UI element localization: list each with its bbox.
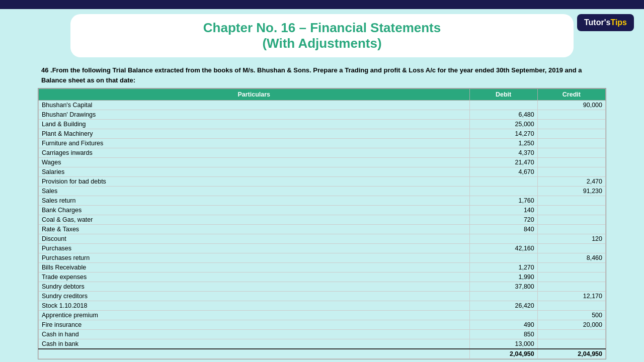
title-line2: (With Adjustments) (262, 36, 381, 51)
table-row: 2,04,9502,04,950 (39, 349, 606, 359)
table-cell-credit (537, 215, 605, 225)
table-cell-particulars: Bhushan's Capital (39, 101, 470, 110)
table-cell-debit: 4,370 (469, 148, 537, 158)
table-row: Purchases42,160 (39, 244, 606, 253)
table-cell-credit: 12,170 (537, 292, 605, 301)
table-cell-credit: 91,230 (537, 187, 605, 196)
table-cell-credit: 2,04,950 (537, 349, 605, 359)
table-cell-debit: 4,670 (469, 167, 537, 177)
table-cell-debit: 13,000 (469, 339, 537, 349)
table-cell-particulars: Trade expenses (39, 273, 470, 282)
table-cell-credit (537, 148, 605, 158)
table-row: Sales return1,760 (39, 196, 606, 206)
table-row: Plant & Machinery14,270 (39, 129, 606, 139)
table-cell-particulars: Sales (39, 187, 470, 196)
table-cell-debit (469, 187, 537, 196)
table-cell-particulars: Cash in hand (39, 330, 470, 339)
table-cell-credit: 20,000 (537, 320, 605, 330)
table-cell-particulars: Sundry creditors (39, 292, 470, 301)
table-row: Cash in bank13,000 (39, 339, 606, 349)
table-row: Bank Charges140 (39, 206, 606, 215)
logo: Tutor'sTips (577, 14, 634, 31)
table-row: Land & Building25,000 (39, 120, 606, 129)
table-cell-debit: 720 (469, 215, 537, 225)
table-cell-debit (469, 253, 537, 263)
table-cell-particulars: Salaries (39, 167, 470, 177)
table-cell-particulars: Sundry debtors (39, 282, 470, 292)
col-header-credit: Credit (537, 89, 605, 101)
table-cell-particulars: Stock 1.10.2018 (39, 301, 470, 311)
table-cell-particulars (39, 349, 470, 359)
table-row: Rate & Taxes840 (39, 225, 606, 234)
table-cell-debit: 6,480 (469, 110, 537, 120)
table-cell-debit: 14,270 (469, 129, 537, 139)
table-cell-debit: 21,470 (469, 158, 537, 167)
table-row: Coal & Gas, water720 (39, 215, 606, 225)
table-cell-credit (537, 196, 605, 206)
table-cell-particulars: Sales return (39, 196, 470, 206)
table-cell-debit: 490 (469, 320, 537, 330)
table-cell-credit (537, 282, 605, 292)
table-cell-particulars: Provision for bad debts (39, 177, 470, 187)
table-cell-debit (469, 311, 537, 320)
table-row: Stock 1.10.201826,420 (39, 301, 606, 311)
table-cell-debit: 25,000 (469, 120, 537, 129)
table-cell-particulars: Apprentice premium (39, 311, 470, 320)
table-cell-debit (469, 177, 537, 187)
table-cell-particulars: Coal & Gas, water (39, 215, 470, 225)
table-cell-particulars: Bank Charges (39, 206, 470, 215)
table-cell-particulars: Land & Building (39, 120, 470, 129)
table-cell-debit (469, 101, 537, 110)
col-header-debit: Debit (469, 89, 537, 101)
table-cell-particulars: Discount (39, 234, 470, 244)
table-cell-debit: 42,160 (469, 244, 537, 253)
table-cell-particulars: Cash in bank (39, 339, 470, 349)
table-cell-particulars: Plant & Machinery (39, 129, 470, 139)
table-cell-credit (537, 167, 605, 177)
title-box: Chapter No. 16 – Financial Statements (W… (70, 14, 574, 57)
table-cell-credit (537, 263, 605, 273)
logo-text1: Tutor's (584, 18, 610, 27)
table-row: Cash in hand850 (39, 330, 606, 339)
table-row: Trade expenses1,990 (39, 273, 606, 282)
table-cell-credit (537, 339, 605, 349)
table-cell-debit: 26,420 (469, 301, 537, 311)
title-line1: Chapter No. 16 – Financial Statements (203, 20, 441, 35)
table-cell-credit: 120 (537, 234, 605, 244)
table-cell-credit (537, 273, 605, 282)
table-cell-credit (537, 301, 605, 311)
table-cell-credit (537, 129, 605, 139)
table-cell-credit (537, 330, 605, 339)
table-cell-credit: 2,470 (537, 177, 605, 187)
table-row: Carriages inwards4,370 (39, 148, 606, 158)
table-row: Bhushan' Drawings6,480 (39, 110, 606, 120)
table-cell-particulars: Purchases return (39, 253, 470, 263)
question-text: 46 .From the following Trial Balance ext… (0, 62, 644, 88)
table-row: Salaries4,670 (39, 167, 606, 177)
table-cell-particulars: Rate & Taxes (39, 225, 470, 234)
table-cell-credit (537, 139, 605, 148)
table-cell-particulars: Furniture and Fixtures (39, 139, 470, 148)
table-cell-credit (537, 158, 605, 167)
table-cell-credit (537, 206, 605, 215)
table-cell-particulars: Wages (39, 158, 470, 167)
table-cell-credit (537, 244, 605, 253)
table-cell-credit (537, 225, 605, 234)
table-cell-credit: 500 (537, 311, 605, 320)
table-cell-debit: 2,04,950 (469, 349, 537, 359)
table-cell-credit: 8,460 (537, 253, 605, 263)
table-row: Apprentice premium500 (39, 311, 606, 320)
table-row: Wages21,470 (39, 158, 606, 167)
table-cell-credit (537, 120, 605, 129)
table-cell-particulars: Bills Receivable (39, 263, 470, 273)
table-row: Sundry creditors12,170 (39, 292, 606, 301)
table-row: Provision for bad debts2,470 (39, 177, 606, 187)
table-cell-particulars: Bhushan' Drawings (39, 110, 470, 120)
table-cell-debit (469, 292, 537, 301)
table-cell-debit: 140 (469, 206, 537, 215)
table-cell-debit: 1,270 (469, 263, 537, 273)
table-row: Discount120 (39, 234, 606, 244)
trial-balance-table-wrapper: Particulars Debit Credit Bhushan's Capit… (38, 88, 606, 359)
page-title: Chapter No. 16 – Financial Statements (W… (91, 20, 553, 51)
header-area: Chapter No. 16 – Financial Statements (W… (0, 9, 644, 62)
